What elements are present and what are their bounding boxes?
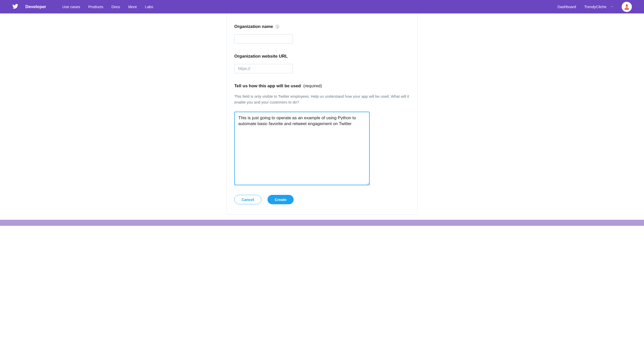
org-url-input[interactable] — [234, 64, 293, 73]
user-menu[interactable]: TrendyCliche — [584, 5, 614, 9]
twitter-logo-icon[interactable] — [12, 3, 18, 10]
nav-right: Dashboard TrendyCliche — [558, 2, 632, 12]
org-url-label-text: Organization website URL — [234, 54, 288, 59]
chevron-down-icon — [611, 5, 614, 9]
org-url-label: Organization website URL — [234, 54, 410, 59]
nav-products[interactable]: Products — [88, 5, 103, 9]
app-usage-help: This field is only visible to Twitter em… — [234, 94, 410, 105]
info-icon[interactable]: i — [276, 25, 279, 28]
nav-more[interactable]: More — [128, 5, 137, 9]
nav-dashboard[interactable]: Dashboard — [558, 5, 576, 9]
button-row: Cancel Create — [234, 195, 410, 204]
app-usage-label-text: Tell us how this app will be used — [234, 83, 301, 89]
nav-use-cases[interactable]: Use cases — [62, 5, 80, 9]
form-card: Organization name i Organization website… — [226, 13, 418, 215]
cancel-button[interactable]: Cancel — [234, 195, 261, 204]
org-name-input[interactable] — [234, 34, 293, 44]
username-label: TrendyCliche — [584, 5, 606, 9]
avatar[interactable] — [622, 2, 632, 12]
app-usage-label: Tell us how this app will be used (requi… — [234, 83, 410, 89]
org-name-label: Organization name i — [234, 24, 410, 29]
avatar-icon — [623, 3, 630, 10]
main-nav: Use cases Products Docs More Labs — [62, 5, 153, 9]
required-indicator: (required) — [303, 83, 322, 89]
org-url-group: Organization website URL — [234, 54, 410, 73]
create-button[interactable]: Create — [267, 195, 294, 204]
svg-rect-2 — [626, 4, 628, 6]
app-usage-textarea[interactable] — [234, 112, 370, 185]
main-content: Organization name i Organization website… — [0, 13, 644, 215]
org-name-group: Organization name i — [234, 24, 410, 44]
app-usage-group: Tell us how this app will be used (requi… — [234, 83, 410, 186]
nav-labs[interactable]: Labs — [145, 5, 153, 9]
nav-left: Developer Use cases Products Docs More L… — [12, 3, 153, 10]
brand-label[interactable]: Developer — [25, 4, 46, 9]
nav-docs[interactable]: Docs — [111, 5, 120, 9]
top-nav: Developer Use cases Products Docs More L… — [0, 0, 644, 13]
org-name-label-text: Organization name — [234, 24, 273, 29]
footer-bar — [0, 220, 644, 226]
